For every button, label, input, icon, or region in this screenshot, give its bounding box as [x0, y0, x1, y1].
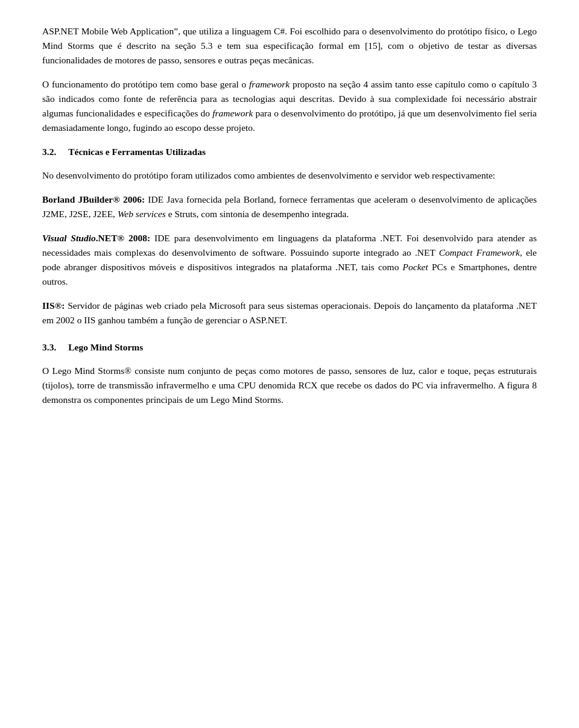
- paragraph-2: O funcionamento do protótipo tem como ba…: [42, 77, 537, 135]
- pocket-italic: Pocket: [403, 262, 428, 272]
- section-33-paragraph: O Lego Mind Storms® consiste num conjunt…: [42, 364, 537, 407]
- borland-name: Borland JBuilder® 2006:: [42, 194, 145, 204]
- as-word: as: [221, 93, 229, 104]
- italic-framework-1: framework: [249, 79, 290, 89]
- tool-borland: Borland JBuilder® 2006: IDE Java forneci…: [42, 192, 537, 221]
- section-32-heading: 3.2. Técnicas e Ferramentas Utilizadas: [42, 145, 537, 159]
- section-32-title: Técnicas e Ferramentas Utilizadas: [68, 145, 206, 159]
- vstudio-net: .NET® 2008:: [96, 233, 150, 243]
- compact-framework-italic: Compact Framework: [439, 247, 520, 258]
- tool-vstudio: Visual Studio.NET® 2008: IDE para desenv…: [42, 231, 537, 289]
- section-32-intro: No desenvolvimento do protótipo foram ut…: [42, 168, 537, 183]
- section-33-number: 3.3.: [42, 340, 56, 354]
- italic-framework-2: framework: [212, 108, 253, 118]
- section-33-heading: 3.3. Lego Mind Storms: [42, 340, 537, 354]
- cpu-text: CPU: [238, 380, 256, 390]
- section-32-number: 3.2.: [42, 145, 56, 159]
- section-33-title: Lego Mind Storms: [68, 340, 143, 354]
- iis-name: IIS®:: [42, 300, 65, 311]
- vstudio-name: Visual Studio: [42, 233, 96, 243]
- paragraph-1: ASP.NET Mobile Web Application”, que uti…: [42, 24, 537, 68]
- page-container: ASP.NET Mobile Web Application”, que uti…: [0, 0, 579, 441]
- web-services-italic: Web services: [118, 209, 166, 219]
- tool-iis: IIS®: Servidor de páginas web criado pel…: [42, 299, 537, 328]
